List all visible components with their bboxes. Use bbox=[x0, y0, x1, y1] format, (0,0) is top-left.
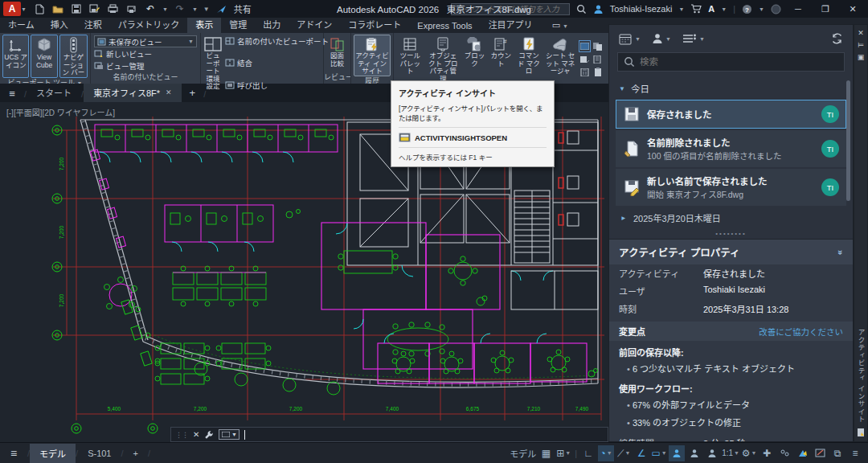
save-as-icon[interactable] bbox=[88, 2, 101, 15]
panel-label-viewport-tools[interactable]: ビューポート ツール ▼ bbox=[0, 78, 90, 84]
expand-icon[interactable]: ▼ bbox=[620, 215, 627, 221]
print-icon[interactable] bbox=[125, 2, 138, 15]
fullscreen-icon[interactable]: ⧉ bbox=[829, 445, 845, 461]
palette-close-icon[interactable]: ✕ bbox=[858, 29, 864, 37]
app-menu-caret-icon[interactable]: ▼ bbox=[21, 6, 27, 12]
tab-collaborate[interactable]: コラボレート bbox=[340, 16, 409, 33]
command-line-wrench-icon[interactable] bbox=[204, 430, 214, 440]
qat-customize-caret-icon[interactable]: ▼ bbox=[203, 6, 210, 13]
isodraft-toggle[interactable]: ⟋▼ bbox=[616, 445, 632, 461]
command-macros-button[interactable]: コマンド マクロ bbox=[515, 35, 542, 84]
activity-insights-button[interactable]: アクティビティ インサイト bbox=[354, 35, 391, 76]
notification-icon[interactable] bbox=[771, 4, 781, 14]
palette-properties-icon[interactable]: ▣ bbox=[858, 53, 865, 61]
palette-search-input[interactable] bbox=[640, 57, 838, 67]
section-collapse-icon[interactable]: ▼ bbox=[619, 85, 625, 92]
section-today[interactable]: ▼ 今日 bbox=[609, 78, 853, 99]
minimize-button[interactable]: ─ bbox=[788, 1, 809, 17]
palette-autohide-icon[interactable]: ⊨ bbox=[858, 41, 864, 49]
markup-palette-icon[interactable] bbox=[579, 53, 591, 65]
panel-label-history[interactable]: 履歴 bbox=[351, 76, 393, 84]
autodesk-caret-icon[interactable]: ▼ bbox=[721, 6, 727, 12]
plot-icon[interactable] bbox=[107, 2, 120, 15]
share-icon[interactable] bbox=[215, 2, 228, 15]
autocad-app-logo[interactable]: A bbox=[3, 2, 21, 16]
palette-search[interactable] bbox=[617, 52, 845, 72]
annotation-scale-value[interactable]: 1:1▼ bbox=[722, 445, 739, 461]
command-input-button[interactable]: ▼ bbox=[219, 429, 240, 440]
save-icon[interactable] bbox=[70, 2, 83, 15]
avatar[interactable]: TI bbox=[821, 178, 839, 196]
calc-palette-icon[interactable] bbox=[579, 66, 591, 78]
feedback-link[interactable]: 改善にご協力ください bbox=[759, 326, 843, 338]
count-palette-button[interactable]: # カウント bbox=[489, 35, 514, 84]
command-line[interactable]: ⋮⋮ ✕ ▼ bbox=[170, 427, 608, 442]
help-search-input[interactable] bbox=[451, 3, 570, 15]
tab-express-tools[interactable]: Express Tools bbox=[409, 19, 480, 33]
graphics-performance-icon[interactable] bbox=[794, 445, 810, 461]
tab-featured-apps[interactable]: 注目アプリ bbox=[481, 16, 541, 33]
annotation-monitor-toggle[interactable]: ✚ bbox=[759, 445, 775, 461]
properties-header[interactable]: アクティビティ プロパティ » bbox=[609, 240, 853, 264]
tab-parametric[interactable]: パラメトリック bbox=[110, 16, 188, 33]
file-tab-menu-icon[interactable]: ≡ bbox=[0, 88, 24, 102]
palette-splitter[interactable]: •••••••• bbox=[609, 229, 853, 239]
undo-icon[interactable]: ↶ bbox=[144, 2, 157, 15]
panel-label-named-views[interactable]: 名前の付いたビュー bbox=[91, 72, 200, 84]
older-date-group[interactable]: ▼ 2025年3月20日木曜日 bbox=[609, 207, 853, 229]
activity-item-purged[interactable]: 名前削除されました 100 個の項目が名前削除されました TI bbox=[616, 130, 846, 167]
annotation-visibility-toggle[interactable] bbox=[669, 445, 685, 461]
tab-document[interactable]: 東京オフィス8F*✕ bbox=[84, 84, 181, 102]
filter-user-button[interactable]: ▼ bbox=[652, 33, 671, 44]
view-manager-button[interactable]: ビュー管理 bbox=[94, 60, 197, 72]
open-file-icon[interactable] bbox=[51, 2, 64, 15]
avatar[interactable]: TI bbox=[821, 140, 839, 158]
annotation-scale-icon[interactable] bbox=[704, 445, 720, 461]
undo-caret-icon[interactable]: ▼ bbox=[162, 6, 168, 12]
tab-view[interactable]: 表示 bbox=[187, 16, 221, 33]
object-snap-toggle[interactable]: ▭▼ bbox=[651, 445, 667, 461]
visual-styles-icon[interactable] bbox=[579, 40, 591, 52]
activity-item-saveas[interactable]: 新しい名前で保存されました 開始 東京オフィス8F.dwg TI bbox=[616, 169, 846, 206]
layout-menu-icon[interactable]: ≡ bbox=[0, 447, 27, 460]
tab-addins[interactable]: アドイン bbox=[289, 16, 340, 33]
filter-type-button[interactable]: ▼ bbox=[682, 34, 705, 43]
viewport-controls-label[interactable]: [-][平面図][2D ワイヤフレーム] bbox=[6, 106, 115, 118]
tool-palettes-button[interactable]: ツール パレット bbox=[396, 35, 424, 84]
xref-palette-icon[interactable] bbox=[592, 40, 604, 52]
polar-tracking-toggle[interactable]: ◔▼ bbox=[598, 445, 614, 461]
sheet-set-manager-button[interactable]: シート セット マネージャ bbox=[544, 35, 576, 84]
grid-display-toggle[interactable]: ▦ bbox=[538, 445, 554, 461]
clean-screen-icon[interactable] bbox=[812, 445, 828, 461]
command-line-grip[interactable]: ⋮⋮ bbox=[175, 431, 188, 439]
layout-tab-s101[interactable]: S-101 bbox=[78, 445, 121, 461]
workspace-switching-gear-icon[interactable]: ⚙▼ bbox=[741, 445, 757, 461]
cart-icon[interactable] bbox=[690, 4, 702, 14]
new-file-icon[interactable] bbox=[33, 2, 46, 15]
user-menu-caret-icon[interactable]: ▼ bbox=[678, 6, 684, 12]
ucs-icon-button[interactable]: UCS アイコン bbox=[2, 35, 29, 78]
autodesk-logo-icon[interactable]: A bbox=[708, 4, 714, 14]
osnap-tracking-toggle[interactable]: ∠ bbox=[633, 445, 649, 461]
palette-vertical-title[interactable]: アクティビティ インサイト bbox=[856, 329, 866, 423]
palette-scrollbar[interactable] bbox=[846, 80, 850, 201]
layer-palette-icon[interactable] bbox=[592, 53, 604, 65]
clipboard-palette-icon[interactable] bbox=[592, 66, 604, 78]
viewcube-button[interactable]: View Cube bbox=[31, 35, 57, 78]
activity-item-saved[interactable]: 保存されました TI bbox=[616, 100, 846, 129]
snap-mode-toggle[interactable]: ⊞▼ bbox=[555, 445, 571, 461]
restore-button[interactable]: ❐ bbox=[815, 1, 836, 17]
tab-home[interactable]: ホーム bbox=[0, 16, 43, 33]
ribbon-display-toggle-icon[interactable]: ▭ ▼ bbox=[544, 18, 576, 33]
help-icon[interactable]: ? bbox=[742, 4, 752, 14]
navigation-bar-button[interactable]: ナビゲーション バー bbox=[59, 35, 88, 78]
model-tab[interactable]: モデル bbox=[30, 444, 76, 463]
search-icon[interactable] bbox=[576, 4, 587, 14]
share-label[interactable]: 共有 bbox=[234, 2, 252, 15]
user-icon[interactable] bbox=[593, 4, 604, 14]
restore-viewports-button[interactable]: 呼び出し bbox=[225, 80, 329, 91]
tab-annotate[interactable]: 注釈 bbox=[76, 16, 110, 33]
redo-icon[interactable]: ↷ bbox=[174, 2, 186, 15]
viewport-config-button[interactable]: ビューポート 環境設定 bbox=[203, 35, 223, 92]
properties-palette-button[interactable]: オブジェクト プロパティ管理 bbox=[425, 35, 460, 84]
